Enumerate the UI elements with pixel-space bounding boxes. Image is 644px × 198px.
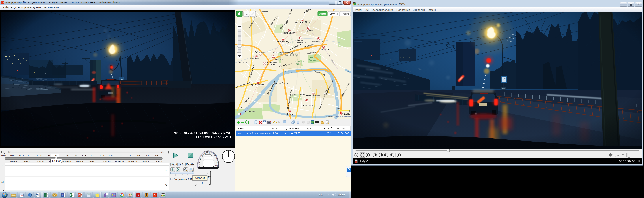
svg-text:Московский Кремль: Московский Кремль: [279, 54, 300, 56]
svg-text:140: 140: [214, 155, 216, 157]
svg-text:Полянка: Полянка: [286, 113, 294, 115]
svg-text:Новокузнецкая: Новокузнецкая: [306, 94, 320, 97]
svg-text:40: 40: [201, 155, 203, 157]
svg-text:М: М: [301, 19, 303, 21]
svg-text:остров Балчуг: остров Балчуг: [274, 82, 288, 84]
svg-text:Тверская: Тверская: [260, 11, 268, 13]
svg-text:М: М: [282, 38, 284, 40]
svg-text:М: М: [289, 111, 291, 113]
svg-text:W: W: [36, 194, 38, 196]
svg-text:М: М: [308, 27, 310, 29]
svg-text:сад: сад: [296, 63, 299, 65]
svg-text:V: V: [62, 194, 64, 196]
svg-text:Охотный Ряд: Охотный Ряд: [277, 40, 290, 43]
svg-text:М: М: [312, 92, 314, 94]
svg-text:Парк культуры: Парк культуры: [242, 110, 255, 112]
svg-text:x: x: [202, 181, 203, 184]
svg-text:11/11/2015 15:55:31: 11/11/2015 15:55:31: [196, 135, 232, 139]
svg-text:М: М: [264, 62, 265, 64]
svg-text:М: М: [288, 30, 290, 32]
svg-text:A: A: [138, 194, 139, 196]
svg-text:D: D: [154, 193, 156, 196]
svg-text:© Яндекс – Условия использован: © Яндекс – Условия использования: [326, 116, 350, 117]
svg-text:Китай-город: Китай-город: [318, 49, 329, 51]
svg-text:Арбатская: Арбатская: [255, 51, 264, 53]
svg-text:М: М: [318, 38, 320, 40]
svg-text:Яндекс: Яндекс: [340, 112, 350, 115]
svg-text:Театральная: Театральная: [283, 32, 295, 34]
svg-text:М: М: [257, 81, 259, 83]
svg-text:0: 0: [199, 161, 200, 163]
svg-text:М: М: [306, 100, 308, 102]
svg-text:MOV: MOV: [355, 161, 358, 163]
svg-text:100: 100: [209, 151, 211, 153]
svg-text:Третьяковская: Третьяковская: [300, 104, 313, 106]
svg-text:М: М: [260, 53, 261, 55]
svg-text:Тайницкий: Тайницкий: [294, 60, 304, 63]
svg-text:М: М: [300, 37, 302, 39]
svg-text:М: М: [273, 56, 274, 58]
svg-text:80: 80: [206, 151, 208, 153]
svg-text:Библиотека: Библиотека: [266, 61, 277, 63]
svg-text:Зарядье: Зарядье: [308, 59, 316, 61]
svg-text:X: X: [45, 194, 46, 196]
svg-text:500 м: 500 м: [337, 108, 342, 110]
svg-text:Гибрид: Гибрид: [342, 13, 350, 15]
svg-text:P: P: [78, 194, 80, 196]
svg-text:60: 60: [204, 153, 206, 154]
svg-text:М: М: [238, 113, 240, 115]
svg-text:Кузнецкий Мост: Кузнецкий Мост: [295, 21, 310, 23]
svg-text:180: 180: [216, 161, 219, 163]
svg-text:160: 160: [216, 158, 218, 160]
svg-text:Спутник: Спутник: [329, 13, 338, 15]
svg-text:Арбатская: Арбатская: [250, 58, 260, 60]
svg-text:z: z: [208, 175, 209, 178]
svg-text:321: 321: [352, 3, 354, 5]
svg-text:Китай-город: Китай-город: [312, 40, 323, 42]
svg-text:ул. Арбат: ул. Арбат: [239, 61, 248, 63]
svg-text:N53.196340 E50.090966 27KmH: N53.196340 E50.090966 27KmH: [174, 131, 232, 135]
svg-text:120: 120: [212, 153, 214, 154]
svg-text:Третьяковская: Третьяковская: [291, 93, 305, 96]
svg-text:парк: парк: [310, 57, 314, 59]
svg-text:М: М: [323, 46, 324, 48]
svg-text:М: М: [256, 56, 257, 58]
svg-text:Кропоткинская: Кропоткинская: [251, 83, 265, 86]
svg-text:Лубянка: Лубянка: [306, 29, 314, 32]
svg-text:Боровицкая: Боровицкая: [272, 58, 283, 60]
svg-text:20: 20: [200, 158, 202, 159]
svg-text:P: P: [70, 194, 72, 196]
svg-text:321: 321: [161, 195, 163, 196]
svg-text:им. Ленина: им. Ленина: [266, 64, 277, 66]
svg-text:200: 200: [215, 164, 218, 166]
svg-text:Площадь: Площадь: [296, 39, 304, 41]
svg-text:Схема: Схема: [319, 13, 326, 15]
